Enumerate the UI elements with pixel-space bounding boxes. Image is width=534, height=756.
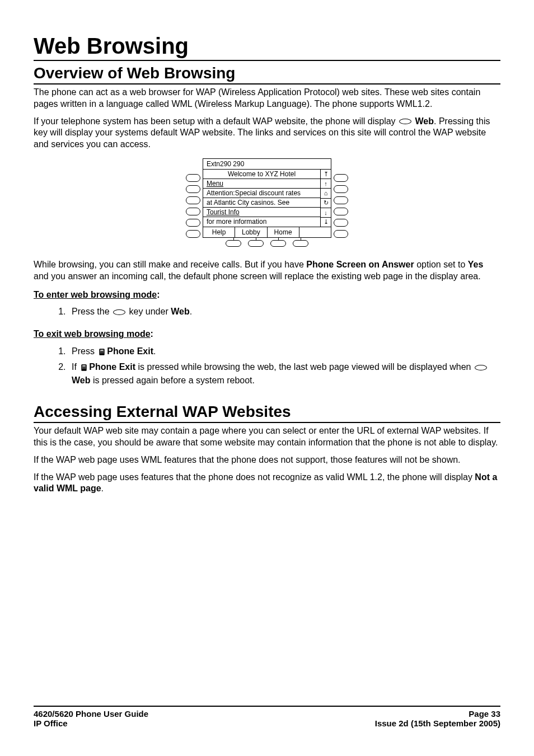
text: . [101, 483, 104, 493]
text: option set to [414, 260, 468, 269]
overview-para-3: While browsing, you can still make and r… [34, 259, 500, 283]
phone-screen-on-answer-label: Phone Screen on Answer [306, 260, 414, 269]
footer-guide-title: 4620/5620 Phone User Guide [34, 709, 148, 719]
home-icon[interactable]: ⌂ [321, 189, 331, 198]
right-feature-buttons [334, 158, 348, 238]
enter-mode-step: Press the key under Web. [68, 305, 500, 318]
feature-button-right[interactable] [334, 219, 348, 227]
footer-issue-date: Issue 2d (15th September 2005) [375, 719, 500, 728]
enter-mode-heading: To enter web browsing mode: [34, 289, 500, 301]
web-label: Web [415, 116, 434, 126]
phone-screen-figure: Extn290 290 Welcome to XYZ Hotel Menu At… [34, 158, 500, 247]
softkey-button[interactable] [226, 240, 241, 247]
screen-line: Attention:Special discount rates [203, 189, 320, 198]
text: key under [127, 307, 171, 316]
feature-button-left[interactable] [186, 174, 200, 182]
feature-button-left[interactable] [186, 230, 200, 238]
softkey-oval-icon [113, 309, 125, 315]
phone-icon [98, 348, 106, 356]
feature-button-right[interactable] [334, 174, 348, 182]
text: . [190, 307, 192, 316]
softkey-empty [299, 227, 331, 237]
phone-icon [80, 364, 88, 372]
scroll-down-icon[interactable]: ↓ [321, 208, 331, 218]
footer-product: IP Office [34, 719, 148, 728]
overview-para-2-part-a: If your telephone system has been setup … [34, 116, 398, 126]
colon: : [157, 290, 160, 299]
scroll-top-icon[interactable]: ⤒ [321, 170, 331, 179]
screen-line: Welcome to XYZ Hotel [203, 170, 320, 179]
colon: : [151, 329, 153, 339]
overview-para-1: The phone can act as a web browser for W… [34, 87, 500, 110]
feature-button-right[interactable] [334, 230, 348, 238]
scroll-bar: ⤒ ↑ ⌂ ↻ ↓ ⤓ [321, 170, 331, 227]
softkey-button-row [186, 240, 348, 247]
text: is pressed again before a system reboot. [90, 375, 255, 385]
text: . [153, 346, 156, 356]
softkey-lobby[interactable]: Lobby [235, 227, 267, 237]
overview-para-2: If your telephone system has been setup … [34, 116, 500, 151]
softkey-oval-icon [399, 119, 411, 124]
exit-mode-step-1: Press Phone Exit. [68, 345, 500, 358]
phone-exit-label: Phone Exit [107, 346, 153, 356]
external-para-3: If the WAP web page uses features that t… [34, 472, 500, 495]
external-para-2: If the WAP web page uses WML features th… [34, 454, 500, 466]
enter-mode-heading-text: To enter web browsing mode [34, 290, 157, 299]
web-label: Web [171, 307, 189, 316]
yes-label: Yes [468, 260, 484, 269]
screen-line: at Atlantic City casinos. See [203, 198, 320, 208]
text: is pressed while browsing the web, the l… [135, 362, 474, 372]
feature-button-right[interactable] [334, 185, 348, 193]
text: Press the [72, 307, 112, 316]
softkey-oval-icon [475, 365, 487, 370]
text: If the WAP web page uses features that t… [34, 472, 475, 482]
external-para-1: Your default WAP web site may contain a … [34, 425, 500, 449]
feature-button-left[interactable] [186, 185, 200, 193]
phone-exit-label: Phone Exit [89, 362, 135, 372]
screen-line-link[interactable]: Tourist Info [203, 208, 320, 217]
exit-mode-heading-text: To exit web browsing mode [34, 329, 151, 339]
page-title: Web Browsing [34, 34, 500, 61]
section-overview-heading: Overview of Web Browsing [34, 64, 500, 84]
section-external-heading: Accessing External WAP Websites [34, 403, 500, 423]
left-feature-buttons [186, 158, 200, 238]
text: and you answer an incoming call, the def… [34, 271, 481, 281]
screen-line: for more information [203, 217, 320, 227]
softkey-button[interactable] [293, 240, 308, 247]
feature-button-right[interactable] [334, 196, 348, 204]
scroll-up-icon[interactable]: ↑ [321, 179, 331, 189]
scroll-bottom-icon[interactable]: ⤓ [321, 218, 331, 227]
exit-mode-steps: Press Phone Exit. If Phone Exit is press… [34, 345, 500, 387]
feature-button-left[interactable] [186, 208, 200, 215]
feature-button-right[interactable] [334, 208, 348, 215]
text: If [72, 362, 79, 372]
feature-button-left[interactable] [186, 219, 200, 227]
text: While browsing, you can still make and r… [34, 260, 306, 269]
softkey-button[interactable] [248, 240, 264, 247]
feature-button-left[interactable] [186, 196, 200, 204]
screen-extension-title: Extn290 290 [203, 159, 331, 170]
enter-mode-steps: Press the key under Web. [34, 305, 500, 318]
footer-page-number: Page 33 [375, 709, 500, 719]
softkey-home[interactable]: Home [268, 227, 299, 237]
web-label: Web [72, 375, 90, 385]
exit-mode-heading: To exit web browsing mode: [34, 328, 500, 340]
softkey-help[interactable]: Help [203, 227, 235, 237]
exit-mode-step-2: If Phone Exit is pressed while browsing … [68, 360, 500, 387]
page-footer: 4620/5620 Phone User Guide IP Office Pag… [34, 700, 500, 728]
phone-display: Extn290 290 Welcome to XYZ Hotel Menu At… [203, 158, 331, 238]
softkey-button[interactable] [270, 240, 286, 247]
text: Press [72, 346, 97, 356]
refresh-icon[interactable]: ↻ [321, 199, 331, 208]
screen-line-link[interactable]: Menu [203, 179, 320, 189]
